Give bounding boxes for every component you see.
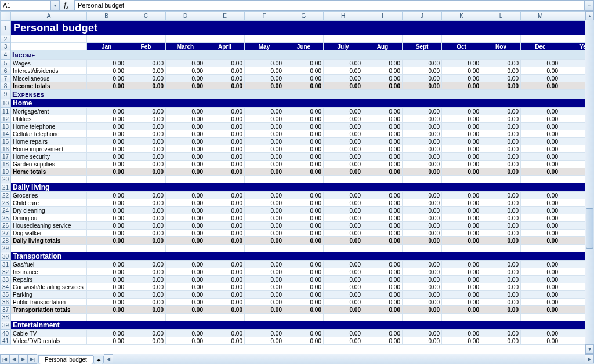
row-header[interactable]: 32 bbox=[1, 268, 11, 276]
transport-row-val[interactable]: 0.00 bbox=[245, 283, 284, 291]
income-total-val[interactable]: 0.00 bbox=[87, 82, 126, 90]
transport-row-val[interactable]: 0.00 bbox=[324, 283, 363, 291]
home-row-val[interactable]: 0.00 bbox=[245, 115, 284, 123]
daily-row-val[interactable]: 0.00 bbox=[521, 230, 560, 237]
daily-row-val[interactable]: 0.00 bbox=[205, 222, 245, 230]
transport-row-val[interactable]: 0.00 bbox=[126, 283, 166, 291]
transport-row-val[interactable]: 0.00 bbox=[481, 283, 521, 291]
months-header-blank[interactable] bbox=[11, 43, 87, 50]
home-row-val[interactable]: 0.00 bbox=[442, 115, 481, 123]
empty-cell[interactable] bbox=[481, 176, 521, 183]
daily-row-label[interactable]: Housecleaning service bbox=[11, 222, 87, 230]
home-row-val[interactable]: 0.00 bbox=[126, 161, 166, 168]
transport-row-label[interactable]: Public transportation bbox=[11, 299, 87, 306]
daily-row-val[interactable]: 0.00 bbox=[245, 207, 284, 214]
home-row-val[interactable]: 0.00 bbox=[245, 138, 284, 145]
transport-row-val[interactable] bbox=[560, 276, 585, 283]
daily-row-val[interactable]: 0.00 bbox=[363, 199, 403, 207]
row-header[interactable]: 33 bbox=[1, 276, 11, 283]
row-header[interactable]: 1 bbox=[1, 21, 11, 35]
home-row-val[interactable]: 0.00 bbox=[324, 138, 363, 145]
transport-row-val[interactable]: 0.00 bbox=[245, 291, 284, 299]
month-header-cell[interactable]: Oct bbox=[442, 43, 481, 50]
daily-total-val[interactable]: 0.00 bbox=[521, 237, 560, 245]
transport-row-val[interactable]: 0.00 bbox=[481, 299, 521, 306]
hscroll-left-icon[interactable]: ◀ bbox=[104, 354, 113, 363]
empty-cell[interactable] bbox=[284, 245, 324, 252]
empty-cell[interactable] bbox=[245, 176, 284, 183]
home-total-val[interactable]: 0.00 bbox=[205, 168, 245, 176]
transport-total-val[interactable]: 0.00 bbox=[442, 306, 481, 314]
home-row-val[interactable]: 0.00 bbox=[481, 115, 521, 123]
month-header-cell[interactable]: Nov bbox=[481, 43, 521, 50]
home-row-val[interactable]: 0.00 bbox=[284, 153, 324, 161]
home-row-val[interactable]: 0.00 bbox=[87, 145, 126, 153]
month-header-cell[interactable]: Jan bbox=[87, 43, 126, 50]
empty-cell[interactable] bbox=[166, 176, 205, 183]
transport-row-val[interactable]: 0.00 bbox=[363, 261, 403, 268]
daily-row-val[interactable]: 0.00 bbox=[205, 192, 245, 199]
home-row-val[interactable]: 0.00 bbox=[363, 108, 403, 115]
transport-row-val[interactable]: 0.00 bbox=[284, 283, 324, 291]
home-row-val[interactable]: 0.00 bbox=[205, 138, 245, 145]
entertain-row-val[interactable]: 0.00 bbox=[481, 337, 521, 345]
daily-row-val[interactable]: 0.00 bbox=[324, 214, 363, 222]
transport-row-val[interactable]: 0.00 bbox=[126, 268, 166, 276]
empty-cell[interactable] bbox=[87, 245, 126, 252]
hscroll-right-icon[interactable]: ▶ bbox=[585, 354, 594, 363]
row-header[interactable]: 34 bbox=[1, 283, 11, 291]
income-row-val[interactable] bbox=[560, 60, 585, 67]
daily-row-val[interactable]: 0.00 bbox=[245, 214, 284, 222]
transport-row-val[interactable]: 0.00 bbox=[324, 261, 363, 268]
transport-row-label[interactable]: Parking bbox=[11, 291, 87, 299]
empty-cell[interactable] bbox=[245, 314, 284, 321]
income-row-val[interactable]: 0.00 bbox=[166, 67, 205, 75]
transport-row-val[interactable]: 0.00 bbox=[324, 299, 363, 306]
daily-row-val[interactable]: 0.00 bbox=[205, 214, 245, 222]
home-row-val[interactable]: 0.00 bbox=[87, 161, 126, 168]
transport-total-val[interactable] bbox=[560, 306, 585, 314]
transport-row-val[interactable] bbox=[560, 299, 585, 306]
home-row-val[interactable]: 0.00 bbox=[126, 115, 166, 123]
transport-row-label[interactable]: Car wash/detailing services bbox=[11, 283, 87, 291]
entertain-row-val[interactable]: 0.00 bbox=[87, 337, 126, 345]
home-row-val[interactable]: 0.00 bbox=[284, 115, 324, 123]
income-total-val[interactable]: 0.00 bbox=[403, 82, 442, 90]
home-row-val[interactable]: 0.00 bbox=[126, 108, 166, 115]
home-row-val[interactable]: 0.00 bbox=[363, 123, 403, 130]
daily-row-val[interactable]: 0.00 bbox=[403, 222, 442, 230]
income-total-val[interactable]: 0.00 bbox=[205, 82, 245, 90]
home-row-label[interactable]: Home repairs bbox=[11, 138, 87, 145]
income-row-val[interactable]: 0.00 bbox=[403, 67, 442, 75]
empty-cell[interactable] bbox=[442, 245, 481, 252]
empty-cell[interactable] bbox=[481, 245, 521, 252]
empty-cell[interactable] bbox=[481, 314, 521, 321]
transport-total-val[interactable]: 0.00 bbox=[245, 306, 284, 314]
daily-row-val[interactable]: 0.00 bbox=[442, 199, 481, 207]
daily-row-val[interactable]: 0.00 bbox=[245, 192, 284, 199]
entertain-row-val[interactable]: 0.00 bbox=[521, 337, 560, 345]
empty-cell[interactable] bbox=[205, 314, 245, 321]
home-row-val[interactable]: 0.00 bbox=[126, 138, 166, 145]
row-header[interactable]: 13 bbox=[1, 123, 11, 130]
home-row-val[interactable] bbox=[560, 108, 585, 115]
income-row-val[interactable]: 0.00 bbox=[324, 75, 363, 82]
home-row-val[interactable] bbox=[560, 138, 585, 145]
transport-total-val[interactable]: 0.00 bbox=[126, 306, 166, 314]
transport-row-val[interactable]: 0.00 bbox=[363, 268, 403, 276]
home-row-val[interactable]: 0.00 bbox=[166, 123, 205, 130]
income-row-val[interactable]: 0.00 bbox=[126, 67, 166, 75]
home-total-val[interactable]: 0.00 bbox=[245, 168, 284, 176]
home-row-val[interactable]: 0.00 bbox=[245, 161, 284, 168]
home-row-val[interactable] bbox=[560, 153, 585, 161]
empty-cell[interactable] bbox=[442, 35, 481, 43]
empty-cell[interactable] bbox=[363, 176, 403, 183]
income-row-val[interactable]: 0.00 bbox=[481, 60, 521, 67]
home-row-val[interactable] bbox=[560, 115, 585, 123]
column-header[interactable]: H bbox=[324, 12, 363, 21]
entertain-row-val[interactable]: 0.00 bbox=[363, 330, 403, 337]
daily-row-val[interactable] bbox=[560, 199, 585, 207]
income-total-val[interactable]: 0.00 bbox=[245, 82, 284, 90]
transport-row-val[interactable]: 0.00 bbox=[284, 261, 324, 268]
daily-row-val[interactable]: 0.00 bbox=[363, 192, 403, 199]
